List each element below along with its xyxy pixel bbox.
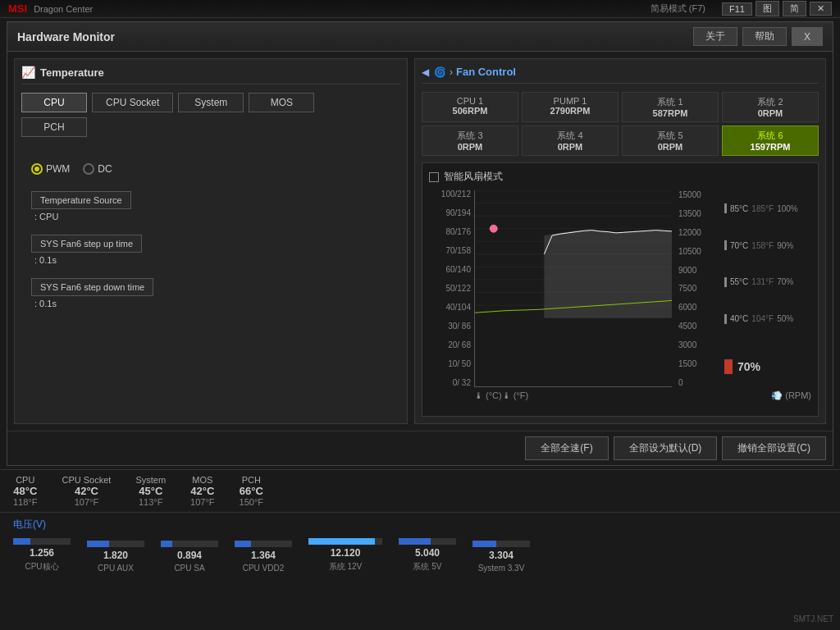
temp-buttons: CPU CPU Socket System MOS (21, 93, 400, 112)
rpm-label-1: 13500 (678, 209, 721, 218)
step-up-section: SYS Fan6 step up time : 0.1s (31, 235, 390, 265)
y-label-5: 50/122 (429, 285, 471, 293)
y-label-4: 60/140 (429, 266, 471, 274)
marker-70c: 70°C (730, 241, 748, 250)
temp-marker-70: 70°C 158°F 90% (724, 240, 808, 250)
about-button[interactable]: 关于 (693, 27, 737, 46)
temp-marker-40: 40°C 104°F 50% (724, 314, 808, 324)
temp-markers-panel: 85°C 185°F 100% 70°C 158°F 90% 55° (721, 190, 811, 387)
voltage-cpu-vdd2-bar-container (235, 541, 292, 547)
speed-bar-red (724, 359, 733, 374)
marker-50pct: 50% (777, 314, 793, 323)
temp-source-btn[interactable]: Temperature Source (31, 191, 131, 209)
nav-arrow-left[interactable]: ◀ (422, 66, 429, 78)
voltage-sys-33v: 3.304 System 3.3V (472, 541, 530, 573)
temp-buttons-row2: PCH (21, 117, 400, 137)
pwm-radio[interactable]: PWM (31, 163, 70, 175)
fan-cpu1-rpm: 506RPM (429, 106, 511, 116)
voltage-sys-12v: 12.120 系统 12V (308, 538, 382, 573)
fan-cell-sys6[interactable]: 系统 6 1597RPM (722, 126, 819, 156)
fan-cell-sys4[interactable]: 系统 4 0RPM (522, 126, 619, 156)
y-label-7: 30/ 86 (429, 322, 471, 331)
voltage-cpu-sa-name: CPU SA (174, 564, 204, 573)
top-close-button[interactable]: ✕ (810, 2, 832, 16)
full-speed-button[interactable]: 全部全速(F) (525, 436, 608, 460)
f11-button[interactable]: F11 (722, 2, 752, 16)
voltage-bars: 1.256 CPU核心 1.820 CPU AUX 0.894 CPU SA 1… (13, 538, 827, 573)
status-system-c: 45°C (135, 485, 166, 497)
rpm-label-3: 10500 (678, 247, 721, 256)
marker-100pct: 100% (777, 204, 798, 213)
rpm-label-9: 1500 (678, 359, 721, 368)
voltage-cpu-core-name: CPU核心 (25, 561, 58, 573)
fan-grid-row2: 系统 3 0RPM 系统 4 0RPM 系统 5 0RPM 系统 6 1597R… (422, 126, 819, 156)
rpm-label-0: 15000 (678, 190, 721, 199)
status-mos: MOS 42°C 107°F (190, 475, 214, 507)
help-button[interactable]: 帮助 (742, 27, 787, 46)
dc-radio[interactable]: DC (83, 163, 112, 175)
step-up-btn[interactable]: SYS Fan6 step up time (31, 235, 142, 253)
y-label-0: 100/212 (429, 190, 471, 199)
temp-source-section: Temperature Source : CPU (31, 191, 390, 221)
status-system-f: 113°F (135, 497, 166, 507)
pwm-radio-circle (31, 163, 43, 175)
marker-55c: 55°C (730, 277, 748, 286)
status-cpu-socket-c: 42°C (62, 485, 111, 497)
fan-pump1-name: PUMP 1 (529, 96, 611, 106)
voltage-cpu-vdd2-name: CPU VDD2 (243, 564, 285, 573)
voltage-section: 电压(V) 1.256 CPU核心 1.820 CPU AUX 0.894 CP… (0, 512, 840, 578)
y-label-2: 80/176 (429, 228, 471, 236)
system-temp-btn[interactable]: System (178, 93, 244, 112)
voltage-sys-5v-bar (399, 538, 431, 545)
voltage-cpu-aux-bar-container (87, 541, 144, 547)
rpm-label-6: 6000 (678, 303, 721, 312)
pch-temp-btn[interactable]: PCH (21, 117, 87, 137)
msi-subtitle: Dragon Center (34, 4, 93, 14)
step-down-btn[interactable]: SYS Fan6 step down time (31, 278, 153, 296)
fan-cell-sys3[interactable]: 系统 3 0RPM (422, 126, 518, 156)
status-cpu-name: CPU (13, 475, 37, 485)
voltage-sys-5v-bar-container (399, 538, 456, 545)
set-default-button[interactable]: 全部设为默认(D) (614, 436, 718, 460)
y-label-1: 90/194 (429, 209, 471, 217)
y-label-8: 20/ 68 (429, 341, 471, 349)
marker-bar-40 (724, 314, 727, 324)
img-button[interactable]: 图 (756, 1, 779, 16)
fan-sys4-name: 系统 4 (529, 130, 611, 142)
marker-158f: 158°F (751, 241, 774, 250)
chart-drawing-area[interactable] (474, 190, 672, 387)
fan-sys6-rpm: 1597RPM (729, 142, 811, 152)
marker-bar-70 (724, 240, 727, 250)
fan-control-title: Fan Control (456, 66, 516, 78)
cpu-socket-temp-btn[interactable]: CPU Socket (92, 93, 173, 112)
cancel-all-button[interactable]: 撤销全部设置(C) (722, 436, 826, 460)
close-button[interactable]: X (792, 27, 823, 46)
fan-cell-sys5[interactable]: 系统 5 0RPM (622, 126, 719, 156)
simple-button[interactable]: 简 (783, 1, 806, 16)
status-pch-name: PCH (240, 475, 263, 485)
status-system: System 45°C 113°F (135, 475, 166, 507)
speed-indicator: 70% (724, 359, 808, 374)
msi-logo: MSI (8, 2, 27, 15)
fan-cell-pump1[interactable]: PUMP 1 2790RPM (522, 92, 619, 122)
dc-label: DC (98, 163, 112, 175)
fan-rpm-label: 💨 (RPM) (771, 390, 811, 401)
cpu-temp-btn[interactable]: CPU (21, 93, 87, 112)
fan-cell-cpu1[interactable]: CPU 1 506RPM (422, 92, 518, 122)
rpm-label-4: 9000 (678, 266, 721, 275)
y-label-10: 0/ 32 (429, 379, 471, 387)
voltage-cpu-aux-name: CPU AUX (98, 564, 134, 573)
marker-bar-55 (724, 277, 727, 287)
marker-70pct: 70% (777, 277, 793, 286)
temp-marker-85: 85°C 185°F 100% (724, 203, 808, 213)
speed-percent: 70% (737, 360, 760, 373)
fan-cell-sys1[interactable]: 系统 1 587RPM (622, 92, 719, 122)
voltage-sys-5v: 5.040 系统 5V (399, 538, 456, 573)
main-window: Hardware Monitor 关于 帮助 X 📈 Temperature C… (7, 21, 833, 466)
voltage-sys-5v-name: 系统 5V (413, 561, 441, 573)
y-label-6: 40/104 (429, 304, 471, 312)
chart-title-box (429, 172, 439, 182)
rpm-label-8: 3000 (678, 340, 721, 349)
fan-cell-sys2[interactable]: 系统 2 0RPM (722, 92, 819, 122)
mos-temp-btn[interactable]: MOS (249, 93, 314, 112)
